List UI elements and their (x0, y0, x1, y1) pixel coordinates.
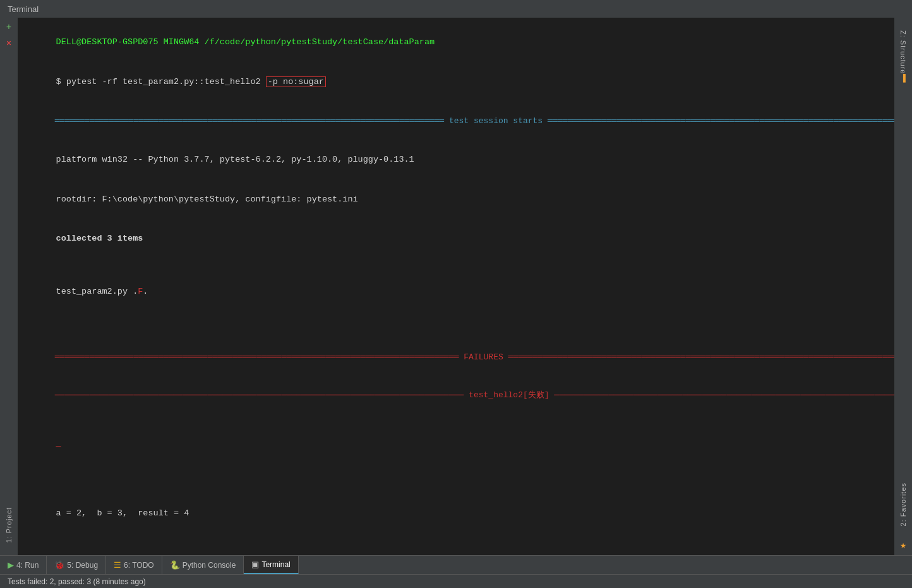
command-prefix: pytest -rf test_param2.py::test_hello2 (66, 77, 266, 87)
session-starts-divider: ════════════════════════════════════════… (25, 102, 887, 140)
debug-icon: 🐞 (54, 560, 64, 570)
terminal-area[interactable]: DELL@DESKTOP-GSPD075 MINGW64 /f/code/pyt… (18, 18, 894, 555)
left-panel: + × 1: Project (0, 18, 18, 555)
prompt-host-line: DELL@DESKTOP-GSPD075 MINGW64 /f/code/pyt… (25, 23, 887, 63)
platform-line: platform win32 -- Python 3.7.7, pytest-6… (25, 140, 887, 180)
terminal-label: Terminal (261, 560, 290, 569)
blank-5 (25, 467, 887, 481)
test-result-line: test_param2.py .F. (25, 272, 887, 312)
a-b-result-line: a = 2, b = 3, result = 4 (25, 494, 887, 534)
status-bar: Tests failed: 2, passed: 3 (8 minutes ag… (0, 574, 912, 588)
title-label: Terminal (8, 4, 39, 14)
right-panel: Z: Structure ▐ 2: Favorites ★ (894, 18, 912, 555)
bookmark-icon: ▐ (901, 74, 906, 83)
blank-2 (25, 312, 887, 325)
close-button[interactable]: × (2, 37, 16, 51)
blank-8 (25, 547, 887, 555)
left-panel-top: + × (2, 18, 16, 51)
bottom-toolbar: ▶ 4: Run 🐞 5: Debug ☰ 6: TODO 🐍 Python C… (0, 555, 912, 574)
structure-panel-label: Z: Structure (899, 30, 907, 74)
failures-divider: ════════════════════════════════════════… (25, 339, 887, 376)
project-panel-label: 1: Project (5, 507, 13, 543)
blank-6 (25, 481, 887, 494)
collected-line: collected 3 items (25, 219, 887, 259)
python-console-label: Python Console (183, 561, 236, 570)
blank-1 (25, 259, 887, 272)
dollar-sign: $ (56, 77, 66, 87)
terminal-icon: ▣ (251, 560, 259, 569)
blank-7 (25, 534, 887, 547)
favorites-panel-label: 2: Favorites (899, 483, 907, 526)
run-button[interactable]: ▶ 4: Run (0, 556, 47, 574)
debug-button[interactable]: 🐞 5: Debug (47, 556, 106, 574)
blank-4 (25, 415, 887, 428)
title-bar: Terminal (0, 0, 912, 18)
run-label: 4: Run (16, 561, 39, 570)
todo-label: 6: TODO (124, 561, 154, 570)
terminal-button[interactable]: ▣ Terminal (244, 556, 298, 574)
dot-pass-2: . (143, 287, 148, 296)
blank-3 (25, 325, 887, 339)
status-text: Tests failed: 2, passed: 3 (8 minutes ag… (8, 577, 146, 586)
todo-button[interactable]: ☰ 6: TODO (106, 556, 162, 574)
dash-line: ─ (25, 428, 887, 468)
test-file: test_param2.py (56, 287, 133, 296)
python-console-button[interactable]: 🐍 Python Console (162, 556, 244, 574)
rootdir-line: rootdir: F:\code\python\pytestStudy, con… (25, 180, 887, 220)
plus-button[interactable]: + (2, 20, 16, 34)
run-icon: ▶ (8, 560, 14, 570)
todo-icon: ☰ (114, 560, 121, 570)
star-icon: ★ (900, 539, 906, 551)
command-line: $ pytest -rf test_param2.py::test_hello2… (25, 63, 887, 102)
main-area: + × 1: Project DELL@DESKTOP-GSPD075 MING… (0, 18, 912, 555)
debug-label: 5: Debug (67, 561, 98, 570)
failure-header: ────────────────────────────────────────… (25, 376, 887, 414)
python-icon: 🐍 (170, 560, 180, 570)
command-highlight: -p no:sugar (266, 76, 326, 87)
